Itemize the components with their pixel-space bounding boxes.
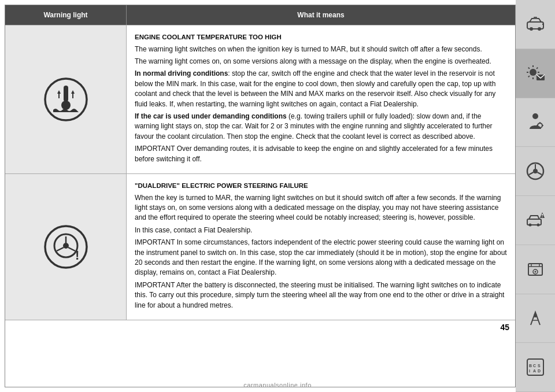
service-icon — [525, 259, 546, 280]
page-number-bar: 45 — [5, 320, 515, 333]
svg-point-19 — [530, 69, 536, 76]
svg-marker-4 — [57, 90, 61, 94]
header-what-it-means: What it means — [127, 5, 515, 25]
warning-light-sidebar-icon — [525, 63, 546, 84]
coolant-bold2: If the car is used under demanding condi… — [135, 112, 287, 120]
sidebar-item-car-info[interactable] — [516, 0, 555, 49]
svg-text:S: S — [538, 364, 541, 368]
table-row-coolant: ENGINE COOLANT TEMPERATURE TOO HIGH The … — [5, 25, 515, 173]
svg-line-27 — [528, 76, 530, 77]
multimedia-icon — [525, 308, 546, 328]
svg-point-29 — [532, 113, 538, 119]
header-warning-light: Warning light — [5, 5, 127, 25]
svg-text:I: I — [529, 369, 530, 373]
svg-point-36 — [533, 169, 538, 173]
steering-title: "DUALDRIVE" ELECTRIC POWER STEERING FAIL… — [135, 181, 507, 191]
coolant-p2: The warning light comes on, on some vers… — [135, 57, 507, 66]
svg-point-53 — [534, 314, 537, 317]
steering-icon-cell: ! — [5, 174, 127, 320]
sidebar-item-driving[interactable]: B C I A S D — [516, 343, 555, 392]
svg-point-51 — [535, 271, 536, 272]
right-sidebar: B C I A S D — [516, 0, 555, 392]
steering-p2: In this case, contact a Fiat Dealership. — [135, 225, 507, 235]
sidebar-item-maintenance[interactable] — [516, 98, 555, 147]
svg-text:!: ! — [75, 248, 79, 262]
page-number: 45 — [500, 323, 509, 332]
coolant-p3: In normal driving conditions: stop the c… — [135, 69, 507, 109]
sidebar-item-service[interactable] — [516, 245, 555, 294]
sidebar-item-safety[interactable] — [516, 196, 555, 245]
maintenance-icon — [525, 112, 546, 132]
svg-rect-14 — [527, 22, 543, 29]
svg-line-39 — [538, 172, 542, 175]
coolant-icon-cell — [5, 25, 127, 173]
coolant-p1: The warning light switches on when the i… — [135, 45, 507, 54]
svg-point-15 — [530, 27, 533, 31]
coolant-text-cell: ENGINE COOLANT TEMPERATURE TOO HIGH The … — [127, 25, 515, 173]
svg-point-2 — [61, 101, 71, 110]
main-table: Warning light What it means ENGINE COOLA… — [5, 5, 516, 387]
svg-line-26 — [536, 67, 538, 68]
svg-text:B: B — [529, 364, 532, 368]
table-header: Warning light What it means — [5, 5, 515, 25]
svg-line-38 — [529, 172, 534, 175]
svg-line-11 — [57, 247, 64, 251]
steering-text-cell: "DUALDRIVE" ELECTRIC POWER STEERING FAIL… — [127, 174, 515, 320]
steering-wheel-sidebar-icon — [525, 161, 546, 182]
car-icon — [525, 14, 546, 35]
svg-line-24 — [528, 67, 530, 68]
driving-mode-icon: B C I A S D — [525, 357, 546, 378]
table-row-steering: ! "DUALDRIVE" ELECTRIC POWER STEERING FA… — [5, 173, 515, 320]
svg-point-41 — [529, 223, 532, 226]
svg-rect-17 — [534, 17, 537, 19]
steering-p3: IMPORTANT In some circumstances, factors… — [135, 238, 507, 278]
electric-power-steering-failure-icon: ! — [43, 224, 89, 270]
sidebar-item-multimedia[interactable] — [516, 294, 555, 343]
svg-point-45 — [542, 216, 543, 217]
steering-p4: IMPORTANT After the battery is disconnec… — [135, 280, 507, 310]
svg-text:A: A — [533, 369, 536, 373]
safety-icon — [525, 210, 546, 231]
svg-text:C: C — [533, 364, 536, 368]
svg-point-42 — [537, 223, 540, 226]
engine-coolant-temperature-icon — [43, 76, 89, 123]
sidebar-item-warning-lights[interactable] — [516, 49, 555, 98]
coolant-p4: If the car is used under demanding condi… — [135, 112, 507, 142]
svg-text:D: D — [538, 369, 541, 373]
steering-p1: When the key is turned to MAR, the warni… — [135, 193, 507, 223]
svg-point-9 — [63, 243, 69, 249]
coolant-title: ENGINE COOLANT TEMPERATURE TOO HIGH — [135, 32, 507, 42]
svg-point-16 — [538, 27, 541, 31]
sidebar-item-controls[interactable] — [516, 147, 555, 196]
svg-rect-1 — [64, 86, 68, 102]
svg-line-12 — [68, 247, 75, 251]
coolant-p5: IMPORTANT Over demanding routes, it is a… — [135, 144, 507, 164]
svg-marker-6 — [71, 90, 75, 94]
coolant-bold1: In normal driving conditions — [135, 69, 228, 77]
watermark: carmanualsonline.info — [243, 382, 312, 389]
